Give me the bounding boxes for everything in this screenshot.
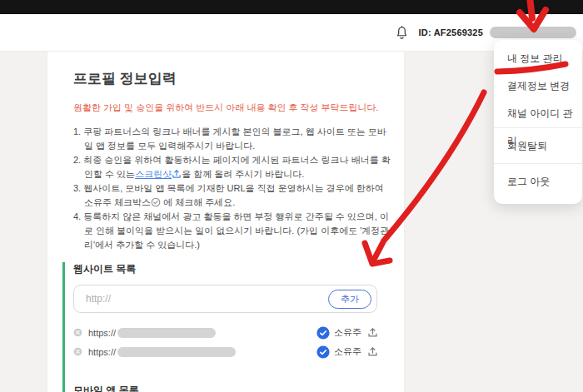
upload-icon <box>172 169 182 179</box>
upload-icon[interactable] <box>367 327 378 338</box>
url-redacted <box>117 347 236 357</box>
account-dropdown-menu: 내 정보 관리 결제정보 변경 채널 아이디 관리 회원탈퇴 로그 아웃 <box>494 40 582 204</box>
url-scheme: https:// <box>88 328 116 338</box>
profile-form-card: 프로필 정보입력 원활한 가입 및 승인을 위하여 반드시 아래 내용 확인 후… <box>47 52 404 392</box>
menu-item-withdraw[interactable]: 회원탈퇴 <box>494 128 582 163</box>
check-circle-icon <box>151 197 161 207</box>
owner-label: 소유주 <box>334 345 361 358</box>
owner-checkbox-checked-icon[interactable] <box>316 326 330 340</box>
website-row: https:// 소유주 <box>73 342 378 361</box>
notice-item-4: 4. 등록하지 않은 채널에서 광고 활동을 하면 부정 행위로 간주될 수 있… <box>73 210 391 252</box>
website-url-inputbox: 추가 <box>73 285 377 313</box>
website-row: https:// 소유주 <box>73 323 378 342</box>
notification-bell-icon[interactable] <box>395 25 409 41</box>
screenshot-link[interactable]: 스크린샷 <box>135 169 172 179</box>
remove-icon[interactable] <box>73 328 82 337</box>
owner-checkbox-checked-icon[interactable] <box>316 345 330 359</box>
account-id: ID: AF2569325 <box>419 27 483 37</box>
remove-icon[interactable] <box>73 347 82 356</box>
website-url-input[interactable] <box>86 293 328 305</box>
owner-label: 소유주 <box>334 326 361 339</box>
warning-text: 원활한 가입 및 승인을 위하여 반드시 아래 내용 확인 후 작성 부탁드립니… <box>73 102 389 114</box>
notice-list: 1. 쿠팡 파트너스의 링크나 배너를 게시할 본인의 블로그, 웹 사이트 또… <box>73 125 391 252</box>
notice-item-1: 1. 쿠팡 파트너스의 링크나 배너를 게시할 본인의 블로그, 웹 사이트 또… <box>73 125 391 153</box>
url-redacted <box>117 328 216 338</box>
page: ID: AF2569325 프로필 정보입력 원활한 가입 및 승인을 위하여 … <box>0 0 583 392</box>
menu-item-channel-id[interactable]: 채널 아이디 관리 <box>494 100 582 127</box>
upload-icon[interactable] <box>367 346 378 357</box>
notice-item-2: 2. 최종 승인을 위하여 활동하시는 페이지에 게시된 파트너스 링크나 배너… <box>73 153 391 181</box>
url-scheme: https:// <box>88 347 116 357</box>
menu-item-payment-info[interactable]: 결제정보 변경 <box>494 72 582 100</box>
website-add-button[interactable]: 추가 <box>328 290 371 309</box>
mobile-app-list-label: 모바일 앱 목록 <box>73 384 389 392</box>
user-name-redacted[interactable] <box>490 27 576 38</box>
page-title: 프로필 정보입력 <box>73 69 389 88</box>
website-list-label: 웹사이트 목록 <box>73 262 389 276</box>
menu-item-logout[interactable]: 로그 아웃 <box>494 164 582 199</box>
menu-item-my-info[interactable]: 내 정보 관리 <box>494 45 582 72</box>
notice-item-3: 3. 웹사이트, 모바일 앱 목록에 기재한 URL을 직접 운영하시는 경우에… <box>73 181 391 210</box>
channel-sections: 웹사이트 목록 추가 https:// 소유주 <box>62 262 389 392</box>
top-black-bar <box>0 0 583 14</box>
